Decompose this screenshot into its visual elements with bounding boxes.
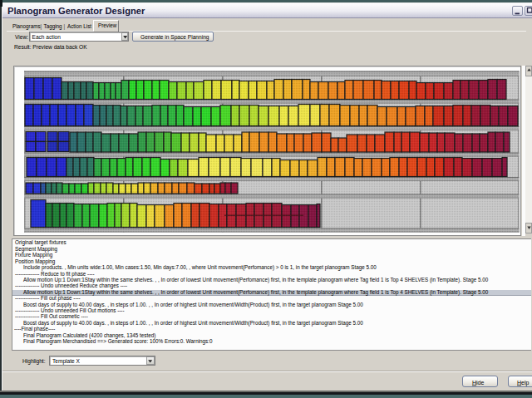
svg-text:Hide: Hide <box>472 380 485 386</box>
svg-text:Highlight:: Highlight: <box>22 358 46 365</box>
svg-text:Planogram Generator Designer: Planogram Generator Designer <box>7 6 145 16</box>
svg-text:Each action: Each action <box>32 34 62 40</box>
svg-text:Tagging: Tagging <box>44 23 63 30</box>
svg-text:View:: View: <box>15 34 28 40</box>
svg-text:Result: Preview data back OK: Result: Preview data back OK <box>14 44 87 50</box>
svg-text:Planograms: Planograms <box>12 23 41 30</box>
svg-text:Generate in Space Planning: Generate in Space Planning <box>140 34 209 41</box>
svg-text:|: | <box>64 23 66 30</box>
svg-text:Template X: Template X <box>52 358 81 365</box>
svg-text:Help: Help <box>517 380 530 386</box>
svg-text:Preview: Preview <box>98 22 117 28</box>
svg-text:Action List: Action List <box>67 23 91 29</box>
svg-text:|: | <box>41 23 42 30</box>
